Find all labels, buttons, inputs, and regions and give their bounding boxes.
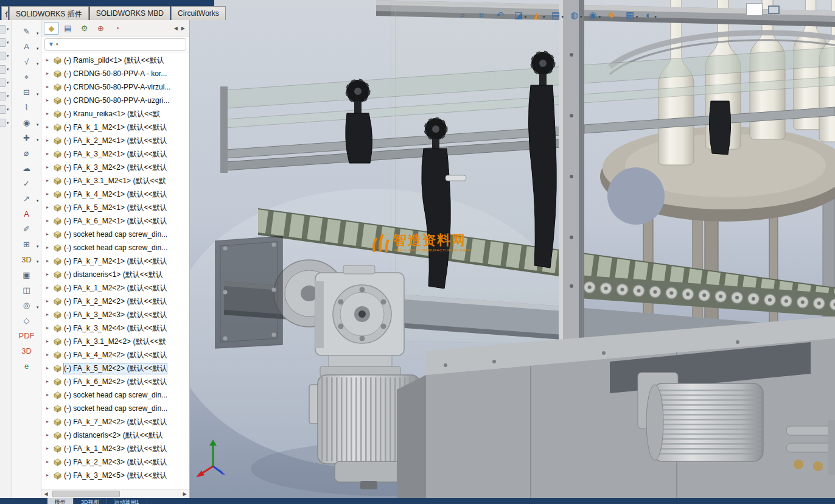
- dynamic-annotation-icon[interactable]: ◎ ▾: [13, 298, 40, 313]
- expand-arrow-icon[interactable]: ▸: [46, 85, 52, 89]
- tree-item[interactable]: ▸ (-) CRDNG-50-80-PPV-A-uzgri...: [41, 94, 189, 107]
- publish-pdf-icon[interactable]: PDF ▾: [13, 328, 40, 343]
- clipped-tool-icon-4[interactable]: ▾: [0, 65, 12, 74]
- clipped-tool-icon-5[interactable]: ▾: [0, 79, 12, 87]
- previous-view-icon[interactable]: ↶ ▾: [494, 9, 509, 21]
- expand-arrow-icon[interactable]: ▸: [46, 352, 52, 357]
- tree-item[interactable]: ▸ (-) FA_k_5_M2<2> (默认<<默认: [41, 362, 189, 375]
- expand-arrow-icon[interactable]: ▸: [46, 285, 52, 290]
- tree-item[interactable]: ▸ (-) distanceris<1> (默认<<默认: [41, 268, 189, 281]
- tree-item[interactable]: ▸ (-) FA_k_3_M2<5> (默认<<默认: [41, 469, 189, 482]
- tree-item[interactable]: ▸ (-) FA_k_1_M2<2> (默认<<默认: [41, 281, 189, 295]
- zoom-to-fit-icon[interactable]: ⌕ ▾: [456, 9, 472, 21]
- tree-item[interactable]: ▸ (-) FA_k_3_M2<2> (默认<<默认: [41, 161, 189, 174]
- status-tab-3d-views[interactable]: 3D视图: [74, 498, 107, 504]
- scroll-left-icon[interactable]: ◀: [41, 491, 51, 497]
- tree-item[interactable]: ▸ (-) socket head cap screw_din...: [41, 241, 189, 254]
- featuremanager-tab[interactable]: ◆: [44, 22, 59, 35]
- tree-item[interactable]: ▸ (-) FA_k_7_M2<1> (默认<<默认: [41, 254, 189, 268]
- view-orientation-icon[interactable]: ▤ ▾: [550, 9, 565, 21]
- expand-arrow-icon[interactable]: ▸: [46, 366, 52, 371]
- geometric-tolerance-icon[interactable]: ⌖ ▾: [13, 69, 40, 85]
- viewport-3d[interactable]: ⌕ ▾ ⌗ ▾ ↶ ▾ ◪ ▾ ◭: [190, 0, 835, 498]
- magnetic-line-icon[interactable]: ✚ ▾: [13, 130, 40, 145]
- dropdown-arrow-icon[interactable]: ▾: [37, 61, 39, 66]
- dropdown-arrow-icon[interactable]: ▾: [37, 259, 39, 264]
- tabs-scroll-left-icon[interactable]: ◀: [172, 26, 180, 31]
- expand-arrow-icon[interactable]: ▸: [46, 152, 52, 156]
- displaymanager-tab[interactable]: ◔: [110, 22, 125, 35]
- sketch-icon[interactable]: ✎ ▾: [13, 24, 40, 39]
- publish-3d-pdf-icon[interactable]: 3D ▾: [13, 343, 40, 359]
- expand-arrow-icon[interactable]: ▸: [46, 379, 52, 384]
- expand-arrow-icon[interactable]: ▸: [46, 138, 52, 143]
- edrawings-icon[interactable]: e ▾: [13, 359, 40, 374]
- expand-arrow-icon[interactable]: ▸: [46, 433, 52, 438]
- datum-feature-icon[interactable]: ⊟ ▾: [13, 85, 40, 100]
- tree-filter[interactable]: ▼ ▾: [44, 38, 186, 51]
- 3d-view-icon[interactable]: 3D ▾: [13, 252, 40, 267]
- smart-dimension-icon[interactable]: ↗ ▾: [13, 191, 40, 206]
- expand-arrow-icon[interactable]: ▸: [46, 232, 52, 237]
- expand-arrow-icon[interactable]: ▸: [46, 339, 52, 344]
- tree-item[interactable]: ▸ (-) FA_k_2_M2<3> (默认<<默认: [41, 455, 189, 469]
- spell-check-icon[interactable]: ✓ ▾: [13, 176, 40, 191]
- tree-item[interactable]: ▸ (-) FA_k_5_M2<1> (默认<<默认: [41, 201, 189, 214]
- expand-arrow-icon[interactable]: ▸: [46, 299, 52, 304]
- zoom-to-area-icon[interactable]: ⌗ ▾: [475, 9, 491, 21]
- dynamic-annotation-view-icon[interactable]: ◭ ▾: [531, 9, 547, 21]
- tree-item[interactable]: ▸ (-) FA_k_3_M2<3> (默认<<默认: [41, 308, 189, 321]
- expand-arrow-icon[interactable]: ▸: [46, 326, 52, 331]
- tree-item[interactable]: ▸ (-) FA_k_1_M2<1> (默认<<默认: [41, 121, 189, 134]
- expand-arrow-icon[interactable]: ▸: [46, 473, 52, 478]
- expand-arrow-icon[interactable]: ▸: [46, 259, 52, 264]
- tree-item[interactable]: ▸ (-) FA_k_3.1_M2<2> (默认<<默: [41, 335, 189, 348]
- tree-item[interactable]: ▸ (-) FA_k_3_M2<1> (默认<<默认: [41, 147, 189, 161]
- tree-item[interactable]: ▸ (-) FA_k_3_M2<4> (默认<<默认: [41, 321, 189, 335]
- dropdown-arrow-icon[interactable]: ▾: [599, 15, 601, 21]
- dropdown-arrow-icon[interactable]: ▾: [543, 15, 545, 21]
- capture-3d-view-icon[interactable]: ▣ ▾: [13, 267, 40, 282]
- tree-item[interactable]: ▸ (-) socket head cap screw_din...: [41, 228, 189, 241]
- clean-screen-icon[interactable]: ◇ ▾: [13, 313, 40, 328]
- expand-arrow-icon[interactable]: ▸: [46, 446, 52, 451]
- clipped-tool-icon-1[interactable]: ▾: [0, 25, 12, 33]
- clipped-tool-icon-2[interactable]: ▾: [0, 38, 12, 47]
- expand-arrow-icon[interactable]: ▸: [46, 460, 52, 464]
- dropdown-arrow-icon[interactable]: ▾: [562, 15, 564, 21]
- tree-item[interactable]: ▸ (-) CRDNG-50-80-PPV-A - kor...: [41, 67, 189, 80]
- expand-arrow-icon[interactable]: ▸: [46, 165, 52, 170]
- display-monitor-icon[interactable]: [768, 5, 780, 14]
- dropdown-arrow-icon[interactable]: ▾: [37, 92, 39, 97]
- tree-item[interactable]: ▸ (-) FA_k_6_M2<1> (默认<<默认: [41, 214, 189, 228]
- dropdown-arrow-icon[interactable]: ▾: [37, 122, 39, 127]
- expand-arrow-icon[interactable]: ▸: [46, 178, 52, 183]
- dropdown-arrow-icon[interactable]: ▾: [636, 15, 638, 21]
- hole-callout-icon[interactable]: ⌀ ▾: [13, 145, 40, 161]
- section-view-icon[interactable]: ◪ ▾: [512, 9, 528, 21]
- expand-arrow-icon[interactable]: ▸: [46, 71, 52, 76]
- tree-item[interactable]: ▸ (-) CRDNG-50-80-PPV-A-virzul...: [41, 80, 189, 94]
- tree-item[interactable]: ▸ (-) distanceris<2> (默认<<默认: [41, 429, 189, 442]
- expand-arrow-icon[interactable]: ▸: [46, 205, 52, 210]
- tree-item[interactable]: ▸ (-) FA_k_2_M2<2> (默认<<默认: [41, 295, 189, 308]
- expand-arrow-icon[interactable]: ▸: [46, 111, 52, 116]
- tree-item[interactable]: ▸ (-) socket head cap screw_din...: [41, 402, 189, 415]
- task-pane-icon[interactable]: [746, 3, 763, 16]
- hide-show-items-icon[interactable]: ◉ ▾: [587, 9, 603, 21]
- dimxpertmanager-tab[interactable]: ⊕: [93, 22, 108, 35]
- expand-arrow-icon[interactable]: ▸: [46, 312, 52, 317]
- dropdown-arrow-icon[interactable]: ▾: [580, 15, 582, 21]
- view-settings-icon[interactable]: ◐ ▾: [642, 9, 658, 21]
- apply-scene-icon[interactable]: ▦ ▾: [624, 9, 640, 21]
- tab-evaluate-partial[interactable]: 估: [1, 6, 9, 20]
- 3d-model-scene[interactable]: [190, 0, 835, 498]
- surface-finish-icon[interactable]: √ ▾: [13, 54, 40, 69]
- tab-circuitworks[interactable]: CircuitWorks: [171, 6, 226, 20]
- propertymanager-tab[interactable]: ▤: [60, 22, 75, 35]
- filter-dropdown-icon[interactable]: ▾: [56, 42, 58, 47]
- format-painter-icon[interactable]: ✐ ▾: [13, 222, 40, 237]
- tab-solidworks-addins[interactable]: SOLIDWORKS 插件: [9, 6, 89, 20]
- tree-item[interactable]: ▸ (-) Ramis_pild<1> (默认<<默认: [41, 54, 189, 67]
- dropdown-arrow-icon[interactable]: ▾: [37, 46, 39, 51]
